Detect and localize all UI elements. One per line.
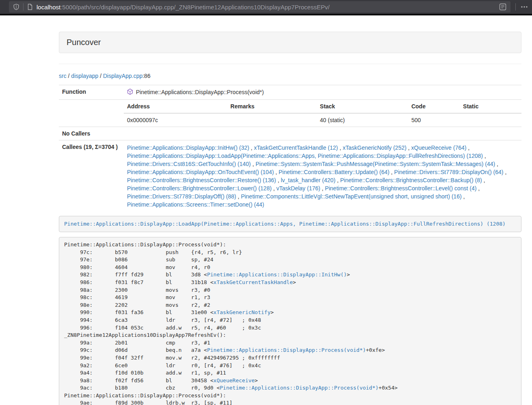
col-code: Code: [408, 100, 460, 113]
callee-link[interactable]: Pinetime::Drivers::St7789::DisplayOff() …: [127, 193, 236, 200]
function-name-cell: Pinetime::Applications::DisplayApp::Proc…: [124, 85, 521, 100]
col-remarks: Remarks: [227, 100, 317, 113]
app-header-panel: Puncover: [59, 32, 521, 53]
reader-mode-icon[interactable]: [499, 3, 506, 11]
code-symbol-link[interactable]: Pinetime::Applications::DisplayApp::Proc…: [220, 385, 379, 391]
url-text[interactable]: localhost:5000/path/src/displayapp/Displ…: [37, 4, 495, 11]
cube-icon: [127, 88, 133, 96]
function-label: Function: [59, 85, 124, 100]
code-symbol-link[interactable]: xTaskGetCurrentTaskHandle: [213, 279, 293, 285]
col-static: Static: [460, 100, 521, 113]
code-symbol-link[interactable]: Pinetime::Applications::DisplayApp::Init…: [207, 271, 347, 278]
browser-toolbar: localhost:5000/path/src/displayapp/Displ…: [0, 0, 532, 14]
breadcrumb-link[interactable]: displayapp: [71, 73, 98, 79]
selected-callee-link[interactable]: Pinetime::Applications::DisplayApp::Load…: [64, 221, 506, 227]
metrics-row: Address Remarks Stack Code Static 0x0000…: [59, 100, 521, 127]
callee-link[interactable]: Pinetime::Applications::DisplayApp::Load…: [127, 153, 483, 159]
page-icon[interactable]: [27, 4, 33, 10]
toolbar-bottom-strip: [0, 14, 532, 15]
function-row: Function Pinetime::Applications::Display…: [59, 85, 521, 100]
col-address: Address: [124, 100, 227, 113]
static-value: [460, 113, 521, 127]
metrics-values-row: 0x0000097c 40 (static) 500: [124, 113, 521, 127]
shield-icon[interactable]: [13, 4, 19, 10]
url-host: localhost: [37, 4, 60, 11]
callee-link[interactable]: Pinetime::Drivers::St7789::DisplayOn() (…: [394, 169, 503, 175]
callees-list: Pinetime::Applications::DisplayApp::Init…: [124, 140, 521, 212]
function-name: Pinetime::Applications::DisplayApp::Proc…: [136, 89, 264, 95]
callee-link[interactable]: Pinetime::Applications::DisplayApp::OnTo…: [127, 169, 274, 175]
address-value: 0x0000097c: [124, 113, 227, 127]
remarks-value: [227, 113, 317, 127]
callee-link[interactable]: xTaskGetCurrentTaskHandle (12): [254, 144, 338, 151]
more-options-icon[interactable]: [521, 4, 528, 10]
callee-link[interactable]: lv_task_handler (420): [281, 177, 336, 183]
header-divider: [59, 64, 521, 64]
selected-callee-box: Pinetime::Applications::DisplayApp::Load…: [59, 216, 521, 232]
callee-link[interactable]: Pinetime::Controllers::BrightnessControl…: [127, 185, 271, 192]
breadcrumb-link[interactable]: src: [59, 73, 67, 79]
no-callers-label: No Callers: [59, 127, 124, 140]
code-symbol-link[interactable]: Pinetime::Applications::DisplayApp::Proc…: [207, 347, 366, 353]
callees-label: Callees (19, Σ=3704 ): [59, 140, 124, 212]
callee-link[interactable]: xTaskGenericNotify (252): [342, 144, 406, 151]
callee-link[interactable]: Pinetime::Drivers::Cst816S::GetTouchInfo…: [127, 161, 251, 167]
function-table: Function Pinetime::Applications::Display…: [59, 85, 521, 212]
url-bar-divider: [23, 3, 24, 11]
callee-link[interactable]: vTaskDelay (176): [276, 185, 320, 192]
no-callers-row: No Callers: [59, 127, 521, 140]
page-container: Puncover src / displayapp / DisplayApp.c…: [59, 32, 521, 405]
stack-value: 40 (static): [317, 113, 408, 127]
callee-link[interactable]: Pinetime::System::SystemTask::PushMessag…: [256, 161, 495, 167]
url-path: :5000/path/src/displayapp/DisplayApp.cpp…: [60, 4, 330, 11]
breadcrumb: src / displayapp / DisplayApp.cpp:86: [59, 73, 521, 79]
callee-link[interactable]: Pinetime::Controllers::BrightnessControl…: [340, 177, 482, 183]
url-bar[interactable]: localhost:5000/path/src/displayapp/Displ…: [9, 1, 510, 13]
callees-row: Callees (19, Σ=3704 ) Pinetime::Applicat…: [59, 140, 521, 212]
breadcrumb-link[interactable]: DisplayApp.cpp: [103, 73, 142, 79]
code-symbol-link[interactable]: xQueueReceive: [213, 377, 255, 383]
callee-link[interactable]: xQueueReceive (764): [411, 144, 466, 151]
callee-link[interactable]: Pinetime::Applications::Screens::Timer::…: [127, 201, 264, 208]
callee-link[interactable]: Pinetime::Components::LittleVgl::SetNewT…: [241, 193, 462, 200]
toolbar-divider: [515, 3, 516, 11]
callee-link[interactable]: Pinetime::Applications::DisplayApp::Init…: [127, 144, 249, 151]
code-value: 500: [408, 113, 460, 127]
disassembly-listing: Pinetime::Applications::DisplayApp::Proc…: [59, 237, 521, 405]
code-symbol-link[interactable]: xTaskGenericNotify: [213, 309, 271, 315]
callee-link[interactable]: Pinetime::Controllers::BrightnessControl…: [325, 185, 476, 192]
col-stack: Stack: [317, 100, 408, 113]
callee-link[interactable]: Pinetime::Controllers::BrightnessControl…: [127, 177, 276, 183]
callee-link[interactable]: Pinetime::Controllers::Battery::Update()…: [279, 169, 390, 175]
page-title: Puncover: [67, 38, 101, 47]
metrics-table: Address Remarks Stack Code Static 0x0000…: [124, 100, 521, 127]
